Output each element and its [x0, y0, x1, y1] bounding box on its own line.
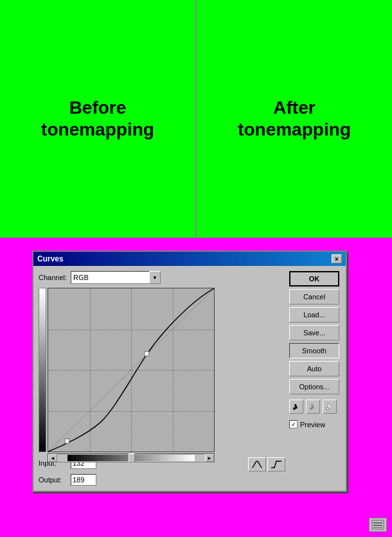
dialog-body: Channel: RGB Red Green Blue ▼ — [33, 266, 346, 491]
curve-shape-btns — [248, 457, 285, 471]
point-curve-btn[interactable] — [267, 457, 285, 471]
options-button[interactable]: Options... — [289, 379, 339, 394]
auto-button[interactable]: Auto — [289, 361, 339, 376]
gradient-bar — [39, 288, 46, 452]
output-row: Output: — [39, 474, 285, 486]
channel-select-wrapper: RGB Red Green Blue ▼ — [71, 271, 161, 284]
preview-row: ✓ Preview — [289, 420, 341, 428]
svg-point-5 — [310, 407, 312, 410]
dialog-left: Channel: RGB Red Green Blue ▼ — [39, 271, 285, 486]
before-label: Beforetonemapping — [41, 97, 154, 140]
corner-icon[interactable] — [369, 518, 387, 532]
preview-label: Preview — [300, 421, 325, 428]
svg-rect-11 — [373, 525, 382, 526]
eyedrop-gray-btn[interactable] — [306, 400, 320, 414]
channel-label: Channel: — [39, 274, 67, 281]
svg-rect-12 — [373, 527, 382, 528]
curve-canvas-wrapper: ◄ ► — [48, 288, 215, 452]
dialog-container: Curves × Channel: RGB Red Green Blue — [0, 238, 392, 537]
svg-point-3 — [293, 407, 296, 410]
load-button[interactable]: Load... — [289, 307, 339, 322]
svg-rect-10 — [373, 522, 382, 524]
eyedrop-white-btn[interactable] — [323, 400, 337, 414]
svg-rect-1 — [145, 351, 149, 356]
corner-icon-area — [369, 518, 387, 532]
close-button[interactable]: × — [332, 254, 342, 263]
scrollbar-track — [67, 455, 195, 461]
dialog-right: OK Cancel Load... Save... Smooth Auto Op… — [289, 271, 341, 486]
smooth-button[interactable]: Smooth — [289, 343, 339, 358]
preview-area: Beforetonemapping Aftertonemapping — [0, 0, 392, 238]
cancel-button[interactable]: Cancel — [289, 289, 339, 304]
save-button[interactable]: Save... — [289, 325, 339, 340]
channel-row: Channel: RGB Red Green Blue ▼ — [39, 271, 285, 284]
channel-select[interactable]: RGB Red Green Blue — [71, 271, 161, 284]
output-field[interactable] — [71, 474, 96, 486]
curve-scrollbar[interactable]: ◄ ► — [48, 453, 215, 462]
curves-dialog: Curves × Channel: RGB Red Green Blue — [32, 251, 347, 492]
scroll-left-btn[interactable]: ◄ — [48, 454, 57, 462]
curve-svg — [48, 288, 214, 452]
preview-before: Beforetonemapping — [0, 0, 197, 238]
curve-area: ◄ ► — [39, 288, 285, 452]
eyedrop-black-btn[interactable] — [289, 400, 303, 414]
eyedropper-row — [289, 400, 341, 414]
preview-checkbox[interactable]: ✓ — [289, 420, 298, 428]
scroll-right-btn[interactable]: ► — [205, 454, 214, 462]
curve-canvas[interactable] — [48, 288, 215, 452]
dialog-titlebar: Curves × — [33, 252, 346, 266]
scroll-thumb[interactable] — [129, 453, 135, 462]
preview-after: Aftertonemapping — [197, 0, 392, 238]
after-label: Aftertonemapping — [238, 97, 351, 140]
smooth-curve-btn[interactable] — [248, 457, 266, 471]
svg-line-0 — [48, 288, 214, 452]
svg-rect-2 — [65, 439, 69, 443]
channel-dropdown-arrow: ▼ — [149, 271, 161, 284]
dialog-title: Curves — [37, 254, 64, 263]
ok-button[interactable]: OK — [289, 271, 339, 286]
output-label: Output: — [39, 476, 64, 484]
